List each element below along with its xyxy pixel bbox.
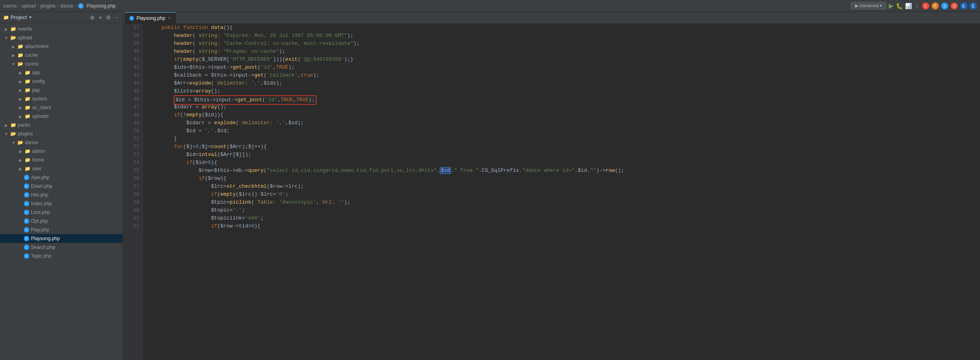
sidebar-item-cscms[interactable]: ▼ 📂 cscms bbox=[0, 60, 123, 68]
code-line-61: $topiclink='###'; bbox=[149, 214, 980, 222]
sidebar-item-plugins[interactable]: ▼ 📂 plugins bbox=[0, 129, 123, 138]
line-54: 54 bbox=[126, 159, 139, 167]
sidebar-item-uploads[interactable]: ▶ 📁 uploads bbox=[0, 112, 123, 121]
sidebar-item-lists[interactable]: ▶ C Lists.php bbox=[0, 208, 123, 217]
sidebar-item-index[interactable]: ▶ C Index.php bbox=[0, 199, 123, 208]
breadcrumb-upload[interactable]: upload bbox=[21, 3, 36, 9]
sidebar-item-down[interactable]: ▶ C Down.php bbox=[0, 182, 123, 191]
code-line-41: if(empty($_SERVER['HTTP_REFERER'])){exit… bbox=[149, 56, 980, 64]
line-50: 50 bbox=[126, 127, 139, 135]
browser-icons: C F S O E E bbox=[922, 2, 977, 10]
sidebar-item-dance[interactable]: ▼ 📂 dance bbox=[0, 138, 123, 147]
file-icon-topic: C bbox=[24, 253, 29, 259]
sidebar-item-play[interactable]: ▶ C Play.php bbox=[0, 225, 123, 234]
file-icon-playsong: C bbox=[24, 236, 29, 241]
sidebar-item-packs[interactable]: ▶ 📁 packs bbox=[0, 121, 123, 129]
tree-label-upload: upload bbox=[18, 35, 32, 40]
project-dropdown-icon[interactable]: ▼ bbox=[29, 15, 33, 19]
line-62: 62 bbox=[126, 222, 139, 230]
code-line-58: if(empty($lrc)) $lrc='0'; bbox=[149, 191, 980, 198]
firefox-icon[interactable]: F bbox=[932, 2, 939, 10]
breadcrumb-dance[interactable]: dance bbox=[60, 3, 73, 9]
line-45: 45 bbox=[126, 87, 139, 95]
tree-label-system: system bbox=[32, 96, 47, 102]
file-icon-ajax: C bbox=[24, 175, 29, 180]
folder-icon-rewrite: 📁 bbox=[10, 26, 17, 32]
sidebar-item-opt[interactable]: ▶ C Opt.php bbox=[0, 217, 123, 225]
tree-label-attachment: attachment bbox=[25, 44, 48, 49]
coverage-icon[interactable]: 📊 bbox=[905, 3, 912, 9]
folder-icon-home: 📁 bbox=[24, 157, 31, 163]
file-icon-opt: C bbox=[24, 218, 29, 224]
line-37: 37 bbox=[126, 24, 139, 32]
sidebar-item-cache[interactable]: ▶ 📁 cache bbox=[0, 51, 123, 60]
sidebar-item-config[interactable]: ▶ 📁 config bbox=[0, 77, 123, 86]
settings-button[interactable]: ⚙ bbox=[105, 14, 112, 21]
new-file-button[interactable]: ⊕ bbox=[89, 14, 96, 21]
ie-icon[interactable]: E bbox=[960, 2, 967, 10]
breadcrumb-cscms[interactable]: cscms bbox=[3, 3, 17, 9]
breadcrumb-plugins[interactable]: plugins bbox=[40, 3, 56, 9]
opera-icon[interactable]: O bbox=[951, 2, 958, 10]
sidebar-item-playsong[interactable]: ▶ C Playsong.php bbox=[0, 234, 123, 243]
sidebar-item-admin[interactable]: ▶ 📁 admin bbox=[0, 147, 123, 156]
tree-arrow-pay: ▶ bbox=[17, 88, 24, 92]
sidebar-item-ajax[interactable]: ▶ C Ajax.php bbox=[0, 173, 123, 182]
line-40: 40 bbox=[126, 48, 139, 56]
sidebar-item-attachment[interactable]: ▶ 📁 attachment bbox=[0, 42, 123, 51]
sidebar-item-rewrite[interactable]: ▶ 📁 rewrite bbox=[0, 25, 123, 33]
run-icon[interactable]: ▶ bbox=[889, 2, 894, 10]
code-content[interactable]: public function data(){ header( string: … bbox=[143, 24, 980, 360]
sidebar-item-pay[interactable]: ▶ 📁 pay bbox=[0, 86, 123, 94]
tree-arrow-config: ▶ bbox=[17, 79, 24, 84]
sidebar-item-uc-client[interactable]: ▶ 📁 uc_client bbox=[0, 103, 123, 112]
folder-icon-dance: 📂 bbox=[17, 140, 24, 145]
sidebar-item-user[interactable]: ▶ 📁 user bbox=[0, 164, 123, 173]
sidebar-item-home[interactable]: ▶ 📁 home bbox=[0, 156, 123, 164]
code-line-37: public function data(){ bbox=[149, 24, 980, 32]
tree-arrow-user: ▶ bbox=[17, 167, 24, 171]
more-icon[interactable]: ⋮ bbox=[914, 3, 920, 9]
folder-icon-system: 📁 bbox=[24, 96, 31, 102]
edge-icon[interactable]: E bbox=[970, 2, 977, 10]
folder-icon-attachment: 📁 bbox=[17, 44, 24, 49]
tree-label-config: config bbox=[32, 79, 45, 84]
file-icon-index: C bbox=[24, 201, 29, 206]
safari-icon[interactable]: S bbox=[941, 2, 948, 10]
file-icon-hits: C bbox=[24, 192, 29, 198]
tree-label-user: user bbox=[32, 166, 41, 171]
code-line-56: if($row){ bbox=[149, 175, 980, 183]
code-line-62: if($row->tid>0){ bbox=[149, 222, 980, 230]
file-icon-lists: C bbox=[24, 210, 29, 215]
tree-arrow-admin: ▶ bbox=[17, 149, 24, 154]
line-39: 39 bbox=[126, 40, 139, 48]
tree-label-uc-client: uc_client bbox=[32, 105, 51, 110]
code-line-53: $id=intval($Arr[$j]); bbox=[149, 151, 980, 159]
code-line-39: header( string: "Cache-Control: no-cache… bbox=[149, 40, 980, 48]
sidebar-item-hits[interactable]: ▶ C Hits.php bbox=[0, 191, 123, 199]
line-48: 48 bbox=[126, 111, 139, 119]
sidebar-item-upload[interactable]: ▼ 📂 upload bbox=[0, 33, 123, 42]
tree-label-down: Down.php bbox=[31, 183, 52, 189]
sidebar-item-app[interactable]: ▶ 📁 app bbox=[0, 68, 123, 77]
file-icon-down: C bbox=[24, 183, 29, 189]
line-47: 47 bbox=[126, 103, 139, 111]
minimize-button[interactable]: − bbox=[114, 14, 119, 21]
debug-icon[interactable]: 🐛 bbox=[896, 3, 903, 9]
tab-close-button[interactable]: ✕ bbox=[168, 16, 171, 20]
sidebar-item-topic[interactable]: ▶ C Topic.php bbox=[0, 252, 123, 260]
sidebar-item-search[interactable]: ▶ C Search.php bbox=[0, 243, 123, 252]
run-config-button[interactable]: ▶ Unnamed ▾ bbox=[851, 2, 886, 10]
tab-playsong[interactable]: C Playsong.php ✕ bbox=[125, 12, 176, 23]
line-numbers: 37 38 39 40 41 42 43 44 45 46 47 48 49 5… bbox=[123, 24, 143, 360]
tree-label-packs: packs bbox=[18, 122, 30, 128]
code-editor[interactable]: 37 38 39 40 41 42 43 44 45 46 47 48 49 5… bbox=[123, 24, 980, 360]
collapse-all-button[interactable]: ≡ bbox=[98, 14, 103, 21]
sidebar-item-system[interactable]: ▶ 📁 system bbox=[0, 94, 123, 103]
line-42: 42 bbox=[126, 64, 139, 71]
tree-label-hits: Hits.php bbox=[31, 192, 48, 198]
chrome-icon[interactable]: C bbox=[922, 2, 929, 10]
breadcrumb-file-icon: C bbox=[78, 3, 84, 9]
line-60: 60 bbox=[126, 206, 139, 214]
folder-icon-user: 📁 bbox=[24, 166, 31, 171]
